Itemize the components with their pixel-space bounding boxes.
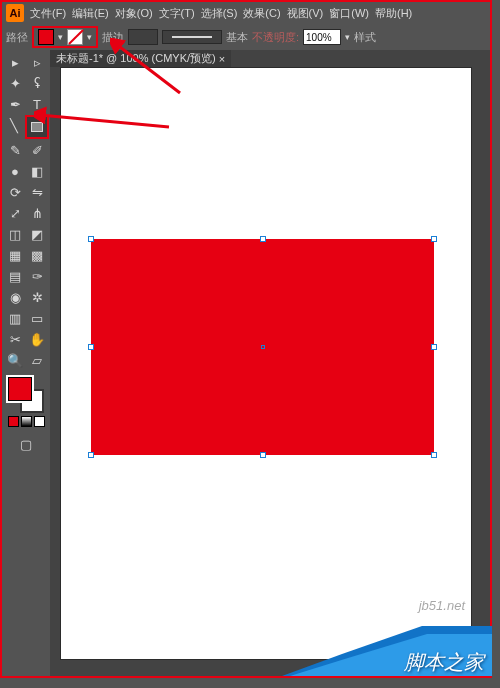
gradient-tool[interactable]: ▤ (4, 266, 26, 286)
style-label: 样式 (354, 30, 376, 45)
paintbrush-tool[interactable]: ✎ (4, 140, 26, 160)
perspective-tool[interactable]: ▦ (4, 245, 26, 265)
tool-panel: ▸▹ ✦ʢ ✒T ╲ ✎✐ ●◧ ⟳⇋ ⤢⋔ ◫◩ ▦▩ ▤✑ ◉✲ ▥▭ ✂✋… (2, 50, 50, 676)
center-point (261, 345, 265, 349)
rectangle-shape[interactable] (91, 239, 434, 455)
line-tool[interactable]: ╲ (3, 115, 25, 135)
caption-text: 脚本之家 (404, 649, 484, 676)
print-tiling-tool[interactable]: ▱ (26, 350, 48, 370)
artboard[interactable]: jb51.net (60, 67, 472, 660)
hand-tool[interactable]: ✋ (26, 329, 48, 349)
eyedropper-tool[interactable]: ✑ (26, 266, 48, 286)
magic-wand-tool[interactable]: ✦ (4, 73, 26, 93)
symbol-tool[interactable]: ✲ (26, 287, 48, 307)
handle-tl[interactable] (88, 236, 94, 242)
menu-window[interactable]: 窗口(W) (329, 6, 369, 21)
type-tool[interactable]: T (26, 94, 48, 114)
direct-selection-tool[interactable]: ▹ (26, 52, 48, 72)
menu-select[interactable]: 选择(S) (201, 6, 238, 21)
stroke-weight-input[interactable] (128, 29, 158, 45)
brush-label: 基本 (226, 30, 248, 45)
menu-type[interactable]: 文字(T) (159, 6, 195, 21)
menu-file[interactable]: 文件(F) (30, 6, 66, 21)
document-tab[interactable]: 未标题-1* @ 100% (CMYK/预览) × (50, 50, 231, 67)
main-area: ▸▹ ✦ʢ ✒T ╲ ✎✐ ●◧ ⟳⇋ ⤢⋔ ◫◩ ▦▩ ▤✑ ◉✲ ▥▭ ✂✋… (2, 50, 490, 676)
rotate-tool[interactable]: ⟳ (4, 182, 26, 202)
screen-mode-tool[interactable]: ▢ (15, 434, 37, 454)
handle-b[interactable] (260, 452, 266, 458)
handle-bl[interactable] (88, 452, 94, 458)
menu-bar: Ai 文件(F) 编辑(E) 对象(O) 文字(T) 选择(S) 效果(C) 视… (2, 2, 490, 24)
path-label: 路径 (6, 30, 28, 45)
gradient-mode-swatch[interactable] (21, 416, 32, 427)
handle-l[interactable] (88, 344, 94, 350)
width-tool[interactable]: ⋔ (26, 203, 48, 223)
scale-tool[interactable]: ⤢ (4, 203, 26, 223)
handle-t[interactable] (260, 236, 266, 242)
opacity-label: 不透明度: (252, 30, 299, 45)
blob-brush-tool[interactable]: ● (4, 161, 26, 181)
shape-builder-tool[interactable]: ◩ (26, 224, 48, 244)
menu-help[interactable]: 帮助(H) (375, 6, 412, 21)
fill-stroke-group: ▾ ▾ (32, 26, 98, 48)
document-tabbar: 未标题-1* @ 100% (CMYK/预览) × (50, 50, 490, 67)
blend-tool[interactable]: ◉ (4, 287, 26, 307)
lasso-tool[interactable]: ʢ (26, 73, 48, 93)
content-area: 未标题-1* @ 100% (CMYK/预览) × jb51.net (50, 50, 490, 676)
eraser-tool[interactable]: ◧ (26, 161, 48, 181)
free-transform-tool[interactable]: ◫ (4, 224, 26, 244)
slice-tool[interactable]: ✂ (4, 329, 26, 349)
menu-effect[interactable]: 效果(C) (243, 6, 280, 21)
pen-tool[interactable]: ✒ (4, 94, 26, 114)
menu-object[interactable]: 对象(O) (115, 6, 153, 21)
app-frame: Ai 文件(F) 编辑(E) 对象(O) 文字(T) 选择(S) 效果(C) 视… (0, 0, 492, 678)
chevron-down-icon[interactable]: ▾ (345, 32, 350, 42)
fill-color[interactable] (8, 377, 32, 401)
chevron-down-icon[interactable]: ▾ (87, 32, 92, 42)
pencil-tool[interactable]: ✐ (26, 140, 48, 160)
none-mode-swatch[interactable] (34, 416, 45, 427)
reflect-tool[interactable]: ⇋ (26, 182, 48, 202)
stroke-label: 描边 (102, 30, 124, 45)
handle-tr[interactable] (431, 236, 437, 242)
chevron-down-icon[interactable]: ▾ (58, 32, 63, 42)
selection-tool[interactable]: ▸ (4, 52, 26, 72)
handle-br[interactable] (431, 452, 437, 458)
opacity-value[interactable]: 100% (303, 29, 341, 45)
rectangle-tool[interactable] (25, 115, 49, 139)
graph-tool[interactable]: ▥ (4, 308, 26, 328)
options-bar: 路径 ▾ ▾ 描边 基本 不透明度: 100% ▾ 样式 (2, 24, 490, 50)
menu-edit[interactable]: 编辑(E) (72, 6, 109, 21)
color-mode-swatch[interactable] (8, 416, 19, 427)
rectangle-icon (31, 122, 43, 132)
app-logo: Ai (6, 4, 24, 22)
color-controls[interactable] (8, 377, 44, 413)
artboard-tool[interactable]: ▭ (26, 308, 48, 328)
menu-view[interactable]: 视图(V) (287, 6, 324, 21)
mesh-tool[interactable]: ▩ (26, 245, 48, 265)
brush-preview[interactable] (162, 30, 222, 44)
watermark: jb51.net (419, 598, 465, 613)
handle-r[interactable] (431, 344, 437, 350)
stroke-swatch[interactable] (67, 29, 83, 45)
tab-title: 未标题-1* @ 100% (CMYK/预览) (56, 51, 216, 66)
zoom-tool[interactable]: 🔍 (4, 350, 26, 370)
fill-swatch[interactable] (38, 29, 54, 45)
